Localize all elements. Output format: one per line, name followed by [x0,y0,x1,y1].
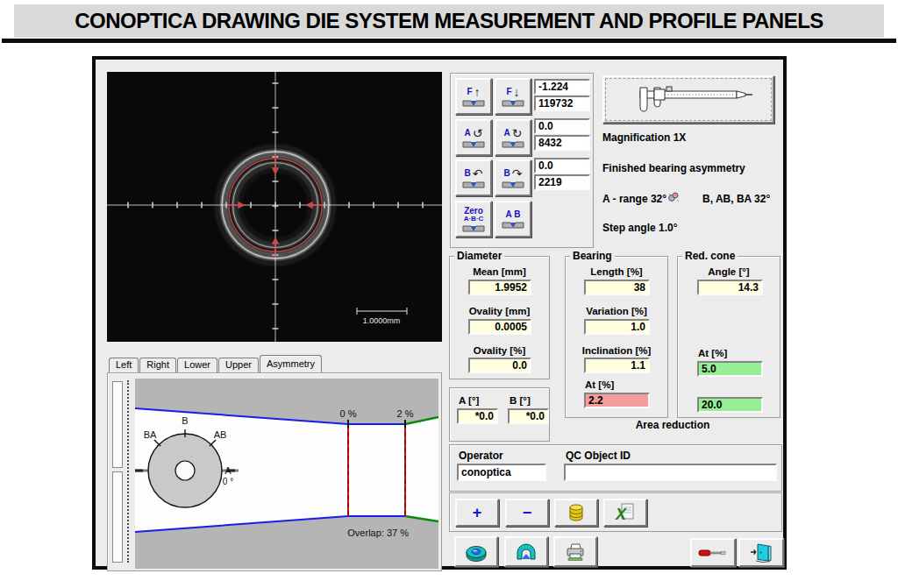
motion-panel: F↑ F↓ A↺ A↻ B↶ B↷ [450,73,594,248]
excel-export-button[interactable]: X [603,499,647,527]
b-angle-label: B [°] [510,395,531,406]
tab-lower[interactable]: Lower [177,358,217,372]
tab-asymmetry[interactable]: Asymmetry [260,355,322,372]
range-tool-icon [667,191,680,203]
exit-button[interactable] [738,538,784,567]
step-angle-label: Step angle 1.0° [602,222,678,234]
title-rule [2,39,896,43]
caliper-icon [623,82,754,117]
qc-object-id-label: QC Object ID [566,450,631,462]
diameter-group-title: Diameter [454,250,504,262]
tilt-b-cw-button[interactable]: B↷ [495,159,531,196]
stage-icon [462,98,485,107]
variation-label: Variation [%] [566,306,667,316]
arrow-down-icon: ↓ [514,87,520,97]
profile-panel: 0 % 2 % Overlap: 37 % BA B AB A 0 ° [107,372,442,571]
button-sublabel: A·B·C [464,216,484,223]
page-title: CONOPTICA DRAWING DIE SYSTEM MEASUREMENT… [75,9,823,33]
profile-slider-upper[interactable] [112,381,123,468]
exit-door-icon [749,542,773,563]
profile-slider-lower[interactable] [112,471,123,563]
die-profile-button[interactable] [504,536,548,567]
tilt-b-ccw-button[interactable]: B↶ [455,159,492,196]
area-reduction-label: Area reduction [565,419,780,431]
stage-icon [502,139,524,148]
bearing-at-label: At [%] [585,379,614,390]
die-top-view-button[interactable] [454,536,498,567]
b-range-label: B, AB, BA 32° [702,193,770,205]
stage-icon [462,223,485,232]
position-readout: 119732 [534,96,590,111]
red-cone-group-title: Red. cone [682,250,738,262]
rotate-a-cw-button[interactable]: A↻ [495,119,531,156]
ab-button[interactable]: A B [495,201,531,237]
qc-object-id-input[interactable] [564,464,777,481]
mode-label: Finished bearing asymmetry [602,162,745,174]
label-ba: BA [144,429,157,440]
rotate-cw-icon: ↻ [512,128,523,138]
tilt-ccw-icon: ↶ [473,168,483,179]
label-ab: AB [214,429,227,440]
button-label: F [506,88,511,96]
add-button[interactable]: + [455,499,499,527]
operator-label: Operator [459,450,503,462]
conoptica-app: CONOPTICA DRAWING DIE SYSTEM MEASUREMENT… [0,0,898,588]
position-readout: 0.0 [534,118,590,134]
ovality-mm-label: Ovality [mm] [450,306,549,316]
button-label: A [504,129,510,138]
stage-icon [462,139,485,148]
ovality-mm-value: 0.0005 [468,319,531,335]
print-button[interactable] [553,536,597,567]
button-label: F [467,88,472,96]
measure-button-inner [605,78,772,121]
cone-angle-label: Angle [°] [678,266,780,277]
operator-panel: Operator QC Object ID [449,444,782,492]
cone-at-label: At [%] [698,348,727,358]
ovality-pct-label: Ovality [%] [450,345,549,356]
label-a: A [224,465,232,476]
zero-abc-button[interactable]: ZeroA·B·C [455,201,492,237]
cone-at-value: 5.0 [697,361,763,377]
stage-icon [502,98,524,107]
mean-value: 1.9952 [468,280,531,295]
magnification-label: Magnification 1X [602,131,686,144]
label-b: B [182,415,188,426]
tab-left[interactable]: Left [109,358,139,372]
inclination-value: 1.1 [584,358,650,373]
title-banner: CONOPTICA DRAWING DIE SYSTEM MEASUREMENT… [14,4,884,38]
position-readout: 8432 [534,135,590,151]
tab-right[interactable]: Right [139,358,176,372]
overlap-label: Overlap: 37 % [347,528,409,538]
position-readout: 0.0 [534,158,590,174]
mean-label: Mean [mm] [450,266,549,277]
focus-up-button[interactable]: F↑ [455,78,492,115]
cone-angle-value: 14.3 [697,280,763,295]
position-readout: 2219 [534,174,590,190]
profile-tabbar: Left Right Lower Upper Asymmetry [109,355,323,372]
a-range-label: A - range 32° [602,193,666,205]
focus-down-button[interactable]: F↓ [495,78,531,115]
diameter-group: Diameter Mean [mm] 1.9952 Ovality [mm] 0… [449,256,550,379]
minus-icon: − [523,505,532,521]
rotate-ccw-icon: ↺ [473,128,483,138]
tab-upper[interactable]: Upper [218,358,259,372]
bearing-at-value: 2.2 [584,393,650,408]
remove-button[interactable]: − [505,499,549,527]
adjust-button[interactable] [690,538,736,567]
label-a-angle: 0 ° [223,477,233,486]
button-label: A B [506,210,521,219]
excel-icon: X [615,503,636,522]
database-icon [567,503,586,522]
database-button[interactable] [554,499,598,527]
action-strip: + − X [449,492,782,532]
screwdriver-icon [697,547,729,559]
main-frame: 1.0000mm Left Right Lower Upper Asymmetr… [92,56,787,570]
rotate-a-ccw-button[interactable]: A↺ [455,119,492,156]
red-cone-group: Red. cone Angle [°] 14.3 At [%] 5.0 20.0 [677,256,780,418]
length-label: Length [%] [566,266,667,277]
button-label: B [465,169,471,178]
ab-angles-box: A [°] *0.0 B [°] *0.0 [449,387,550,442]
excel-letter: X [615,506,627,522]
operator-input[interactable] [457,464,546,481]
measure-button[interactable] [602,75,774,124]
